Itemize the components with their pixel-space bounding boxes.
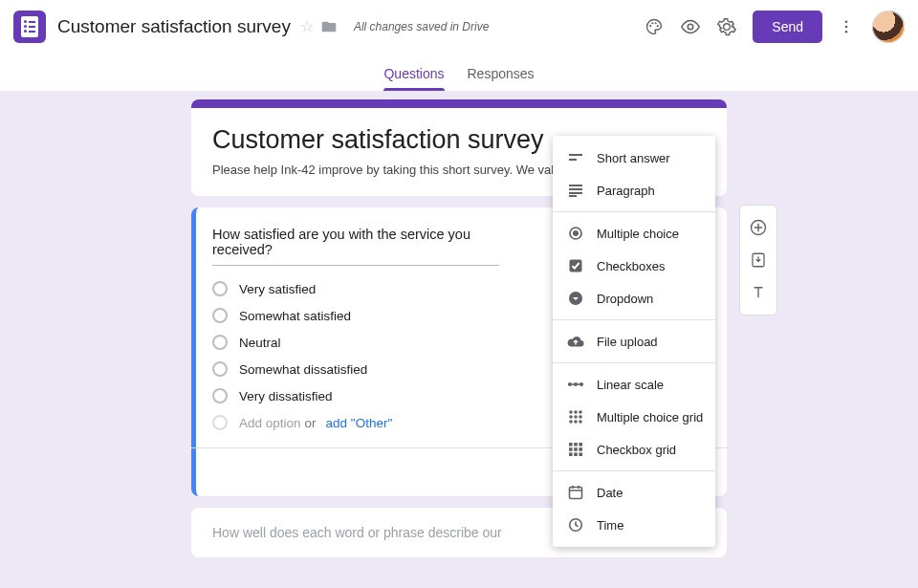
radio-icon (212, 335, 228, 350)
next-question-preview: How well does each word or phrase descri… (212, 525, 502, 540)
svg-rect-35 (579, 452, 582, 456)
svg-point-17 (579, 382, 583, 386)
star-icon[interactable]: ☆ (300, 17, 314, 35)
option-label[interactable]: Somewhat satisfied (239, 309, 351, 323)
svg-rect-34 (574, 452, 578, 456)
multiple-choice-icon (566, 224, 585, 243)
menu-separator (553, 319, 715, 320)
menu-separator (553, 362, 715, 363)
menu-label: Checkboxes (597, 259, 666, 273)
checkboxes-icon (566, 256, 585, 275)
add-other-link[interactable]: add "Other" (326, 416, 393, 430)
svg-point-15 (568, 382, 572, 386)
svg-rect-32 (579, 447, 582, 451)
menu-separator (553, 470, 715, 471)
radio-icon (212, 308, 228, 323)
svg-point-16 (574, 382, 578, 386)
svg-point-18 (569, 410, 573, 414)
preview-icon[interactable] (674, 11, 707, 43)
menu-linear-scale[interactable]: Linear scale (553, 368, 715, 401)
time-icon (566, 515, 585, 534)
menu-checkbox-grid[interactable]: Checkbox grid (553, 433, 715, 466)
svg-point-3 (657, 25, 659, 27)
svg-point-1 (652, 22, 654, 24)
menu-date[interactable]: Date (553, 476, 715, 509)
radio-icon (212, 361, 228, 377)
date-icon (566, 483, 585, 502)
svg-point-22 (574, 415, 578, 419)
document-title[interactable]: Customer satisfaction survey (57, 16, 291, 37)
radio-icon (212, 388, 228, 403)
more-icon[interactable] (830, 11, 863, 43)
linear-scale-icon (566, 375, 585, 394)
short-answer-icon (566, 148, 585, 167)
menu-label: Multiple choice grid (597, 410, 703, 425)
svg-point-6 (845, 25, 848, 28)
cb-grid-icon (566, 440, 585, 459)
menu-time[interactable]: Time (553, 509, 715, 541)
question-type-menu: Short answer Paragraph Multiple choice C… (553, 136, 715, 547)
svg-point-19 (574, 410, 578, 414)
import-questions-icon[interactable] (747, 249, 770, 272)
svg-rect-30 (569, 447, 573, 451)
svg-point-0 (649, 25, 651, 27)
svg-point-12 (573, 230, 579, 236)
question-title[interactable]: How satisfied are you with the service y… (212, 223, 499, 266)
or-label: or (305, 416, 317, 430)
svg-rect-27 (569, 443, 573, 446)
radio-icon (212, 415, 228, 430)
svg-point-21 (569, 415, 573, 419)
menu-paragraph[interactable]: Paragraph (553, 174, 715, 207)
tab-bar: Questions Responses (0, 54, 918, 92)
svg-point-26 (579, 420, 582, 424)
canvas: Customer satisfaction survey Please help… (0, 92, 918, 588)
svg-point-23 (579, 415, 582, 419)
svg-point-2 (655, 22, 657, 24)
menu-label: Time (597, 518, 623, 533)
add-question-icon[interactable] (747, 216, 770, 239)
question-rail (739, 205, 777, 316)
paragraph-icon (566, 181, 585, 200)
menu-checkboxes[interactable]: Checkboxes (553, 250, 715, 282)
svg-rect-31 (574, 447, 578, 451)
svg-rect-33 (569, 452, 573, 456)
menu-separator (553, 211, 715, 212)
menu-multiple-choice-grid[interactable]: Multiple choice grid (553, 401, 715, 433)
menu-multiple-choice[interactable]: Multiple choice (553, 217, 715, 250)
app-bar: Customer satisfaction survey ☆ All chang… (0, 0, 918, 54)
folder-icon[interactable] (321, 20, 337, 33)
dropdown-icon (566, 289, 585, 308)
menu-label: Multiple choice (597, 227, 679, 241)
palette-icon[interactable] (638, 11, 670, 43)
tab-questions[interactable]: Questions (383, 66, 444, 91)
menu-label: Dropdown (597, 292, 653, 306)
svg-point-20 (579, 410, 582, 414)
forms-logo[interactable] (13, 11, 46, 43)
add-option-link[interactable]: Add option (239, 416, 301, 430)
account-avatar[interactable] (872, 11, 905, 43)
svg-point-24 (569, 420, 573, 424)
menu-label: Paragraph (597, 184, 655, 198)
send-button[interactable]: Send (753, 11, 822, 43)
save-status: All changes saved in Drive (354, 20, 489, 33)
form-accent-bar (191, 99, 727, 108)
menu-label: Linear scale (597, 378, 664, 392)
menu-dropdown[interactable]: Dropdown (553, 282, 715, 315)
file-upload-icon (566, 332, 585, 351)
svg-point-25 (574, 420, 578, 424)
menu-label: Checkbox grid (597, 443, 676, 457)
tab-responses[interactable]: Responses (468, 66, 535, 91)
option-label[interactable]: Neutral (239, 336, 281, 350)
option-label[interactable]: Very dissatisfied (239, 389, 333, 403)
option-label[interactable]: Very satisfied (239, 282, 316, 296)
svg-point-4 (688, 24, 694, 30)
add-title-icon[interactable] (747, 281, 770, 304)
menu-short-answer[interactable]: Short answer (553, 142, 715, 174)
settings-icon[interactable] (710, 11, 743, 43)
mc-grid-icon (566, 407, 585, 426)
radio-icon (212, 281, 228, 296)
menu-label: Date (597, 486, 623, 500)
menu-file-upload[interactable]: File upload (553, 325, 715, 358)
option-label[interactable]: Somewhat dissatisfied (239, 362, 367, 377)
svg-rect-29 (579, 443, 582, 446)
